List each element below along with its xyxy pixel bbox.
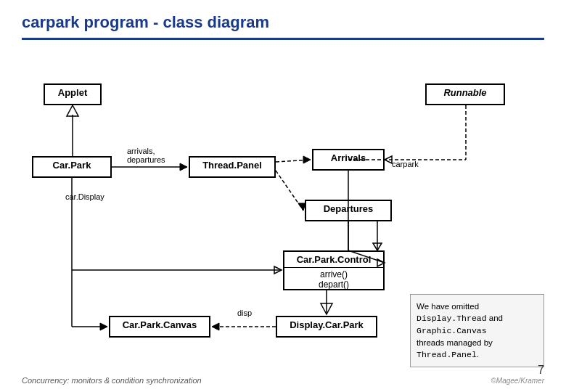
box-threadpanel: Thread.Panel: [189, 156, 276, 178]
svg-marker-25: [212, 323, 219, 330]
box-departures: Departures: [305, 200, 392, 221]
svg-marker-20: [274, 266, 282, 274]
svg-marker-3: [180, 163, 187, 171]
note-text4: .: [477, 350, 479, 359]
note-mono1: Display.Thread: [417, 314, 487, 323]
svg-marker-17: [373, 243, 382, 250]
label-carpark: carpark: [392, 160, 419, 168]
page-title: carpark program - class diagram: [22, 13, 544, 32]
title-divider: [22, 38, 544, 40]
footer: Concurrency: monitors & condition synchr…: [22, 364, 544, 385]
box-runnable: Runnable: [425, 83, 505, 105]
page-number: 7: [538, 364, 544, 377]
box-displaycarpark: Display.Car.Park: [276, 316, 377, 338]
svg-marker-23: [100, 323, 107, 330]
slide: carpark program - class diagram Applet C…: [0, 0, 566, 392]
note-box: We have omitted Display.Thread and Graph…: [410, 294, 544, 367]
footer-credit: ©Magee/Kramer: [491, 377, 544, 385]
note-text3: threads managed by: [417, 338, 493, 347]
label-arrivals: arrivals, departures: [127, 147, 165, 164]
svg-marker-27: [321, 303, 332, 314]
footer-right: 7 ©Magee/Kramer: [491, 364, 544, 385]
box-carpark: Car.Park: [32, 156, 112, 178]
svg-line-4: [276, 160, 311, 162]
box-applet: Applet: [44, 83, 102, 105]
label-disp: disp: [237, 309, 252, 317]
box-arrivals: Arrivals: [312, 149, 385, 171]
svg-marker-1: [67, 105, 78, 116]
note-mono2: Graphic.Canvas: [417, 326, 487, 335]
diagram-area: Applet Car.Park Thread.Panel Arrivals De…: [22, 47, 544, 330]
box-carparkcontrol: Car.Park.Control arrive() depart(): [283, 250, 385, 290]
box-carparkcanvas: Car.Park.Canvas: [109, 316, 210, 338]
note-text1: We have omitted: [417, 302, 479, 311]
label-cardisplay: car.Display: [65, 192, 104, 201]
footer-left: Concurrency: monitors & condition synchr…: [22, 376, 202, 385]
svg-marker-10: [385, 156, 392, 163]
note-text2: and: [487, 314, 503, 322]
note-mono3: Thread.Panel: [417, 350, 477, 359]
svg-marker-5: [303, 156, 311, 163]
svg-line-6: [276, 171, 303, 211]
